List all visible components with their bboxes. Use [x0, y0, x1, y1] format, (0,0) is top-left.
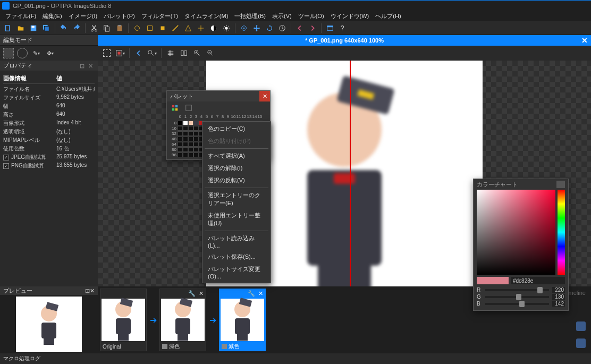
palette-cell[interactable]	[178, 153, 183, 157]
menu-file[interactable]: ファイル(F)	[2, 11, 39, 21]
color-sv-picker[interactable]	[477, 190, 555, 275]
palette-cell[interactable]	[183, 137, 188, 141]
grid-icon[interactable]	[165, 47, 176, 59]
document-close-icon[interactable]: ✕	[581, 36, 588, 45]
ctx-deselect[interactable]: 選択の解除(I)	[202, 162, 271, 174]
palette-close-icon[interactable]: ✕	[259, 91, 270, 101]
frame-gensyoku-1[interactable]: 🔧✕ 減色	[159, 289, 206, 351]
color-hex-input[interactable]: #dc828e	[511, 277, 565, 284]
color-hue-slider[interactable]	[558, 190, 565, 275]
lasso-tool[interactable]	[17, 48, 28, 58]
ctx-select-all[interactable]: すべて選択(A)	[202, 150, 271, 162]
jpeg-checkbox[interactable]: ✓	[3, 155, 9, 160]
palette-cell[interactable]	[178, 121, 183, 125]
palette-cell[interactable]	[193, 147, 199, 152]
palette-tool2[interactable]	[183, 102, 195, 114]
palette-cell[interactable]	[183, 153, 188, 157]
copy-button[interactable]	[101, 22, 113, 34]
g-slider[interactable]: G 130	[474, 293, 568, 300]
palette-cell[interactable]	[178, 126, 183, 131]
window-button[interactable]	[324, 22, 336, 34]
wrench-icon[interactable]: 🔧	[248, 290, 255, 297]
history-button[interactable]	[276, 22, 288, 34]
palette-cell[interactable]	[193, 121, 199, 125]
effect2-button[interactable]	[144, 22, 156, 34]
menu-batch[interactable]: 一括処理(B)	[231, 11, 269, 21]
zoomout-icon[interactable]	[205, 47, 216, 59]
new-button[interactable]	[2, 22, 14, 34]
help-button[interactable]: ?	[337, 22, 349, 34]
ctx-resize-palette[interactable]: パレットサイズ変更(O)...	[202, 263, 271, 282]
zoomin-icon[interactable]	[191, 47, 203, 59]
color-chart-window[interactable]: カラーチャート #dc828e R 220 G 130 B 142	[473, 179, 569, 311]
palette-cell[interactable]	[183, 131, 188, 136]
pin-icon[interactable]: ⊡	[85, 287, 90, 294]
open-button[interactable]	[15, 22, 27, 34]
effect5-button[interactable]	[182, 22, 194, 34]
frame-original[interactable]: Original	[100, 289, 147, 351]
marquee-icon[interactable]	[101, 47, 113, 59]
color-chart-title[interactable]: カラーチャート	[474, 179, 568, 190]
effect4-button[interactable]	[170, 22, 181, 34]
prev-button[interactable]	[294, 22, 306, 34]
palette-cell[interactable]	[188, 126, 193, 131]
palette-titlebar[interactable]: パレット ✕	[167, 91, 270, 101]
paste-button[interactable]	[114, 22, 125, 34]
frame-close-icon[interactable]: ✕	[258, 290, 263, 297]
rotate-button[interactable]	[264, 22, 275, 34]
palette-cell[interactable]	[183, 126, 188, 131]
palette-cell[interactable]	[188, 137, 193, 141]
palette-cell[interactable]	[183, 147, 188, 152]
palette-cell[interactable]	[188, 142, 193, 147]
brightness-button[interactable]	[221, 22, 232, 34]
color-chart-close-icon[interactable]	[556, 181, 565, 188]
effect3-button[interactable]	[157, 22, 168, 34]
palette-cell[interactable]	[188, 153, 193, 157]
zoom-region-icon[interactable]: ▾	[146, 47, 158, 59]
palette-cell[interactable]	[183, 121, 188, 125]
palette-cell[interactable]	[193, 126, 199, 131]
palette-cell[interactable]	[193, 137, 199, 141]
pin-icon[interactable]: ⊡	[80, 63, 86, 69]
b-slider[interactable]: B 142	[474, 300, 568, 307]
menu-view[interactable]: 表示(V)	[269, 11, 295, 21]
r-slider[interactable]: R 220	[474, 286, 568, 293]
save-button[interactable]	[28, 22, 39, 34]
effect1-button[interactable]	[131, 22, 143, 34]
menu-edit[interactable]: 編集(E)	[39, 11, 65, 21]
palette-tool1[interactable]	[169, 102, 181, 114]
document-tab[interactable]: * GP_001.png 640x640 100% ✕	[98, 35, 591, 46]
back-icon[interactable]	[133, 47, 145, 59]
pencil-tool[interactable]: ✎▾	[31, 48, 41, 58]
frame-gensyoku-2[interactable]: 🔧✕ 減色	[219, 289, 266, 351]
menu-help[interactable]: ヘルプ(H)	[372, 11, 404, 21]
menu-timeline[interactable]: タイムライン(M)	[181, 11, 232, 21]
menu-filter[interactable]: フィルター(T)	[138, 11, 181, 21]
menu-tool[interactable]: ツール(O)	[295, 11, 327, 21]
palette-cell[interactable]	[188, 131, 193, 136]
palette-cell[interactable]	[188, 147, 193, 152]
dock-icon-1[interactable]	[576, 321, 586, 331]
target-button[interactable]	[238, 22, 250, 34]
palette-cell[interactable]	[188, 121, 193, 125]
ctx-invert-sel[interactable]: 選択の反転(V)	[202, 174, 271, 187]
menu-image[interactable]: イメージ(I)	[65, 11, 100, 21]
wrench-icon[interactable]: 🔧	[188, 290, 196, 297]
ctx-copy-color[interactable]: 色のコピー(C)	[202, 123, 271, 135]
palette-cell[interactable]	[178, 147, 183, 152]
frame-close-icon[interactable]: ✕	[199, 290, 204, 297]
palette-cell[interactable]	[193, 131, 199, 136]
palette-cell[interactable]	[178, 137, 183, 141]
palette-cell[interactable]	[193, 142, 199, 147]
saveall-button[interactable]	[40, 22, 52, 34]
undo-button[interactable]	[58, 22, 70, 34]
close-panel-icon[interactable]: ✕	[88, 63, 95, 69]
move-button[interactable]	[251, 22, 263, 34]
menu-window[interactable]: ウインドウ(W)	[327, 11, 373, 21]
menu-palette[interactable]: パレット(P)	[100, 11, 138, 21]
ctx-clear-entries[interactable]: 選択エントリーのクリアー(E)	[202, 189, 271, 209]
ctx-load-palette[interactable]: パレット読み込み(L)...	[202, 232, 271, 251]
crosshair-tool[interactable]: ✥▾	[45, 48, 55, 58]
ctx-save-palette[interactable]: パレット保存(S)...	[202, 251, 271, 263]
ctx-unused-entries[interactable]: 未使用エントリー整理(U)	[202, 209, 271, 230]
